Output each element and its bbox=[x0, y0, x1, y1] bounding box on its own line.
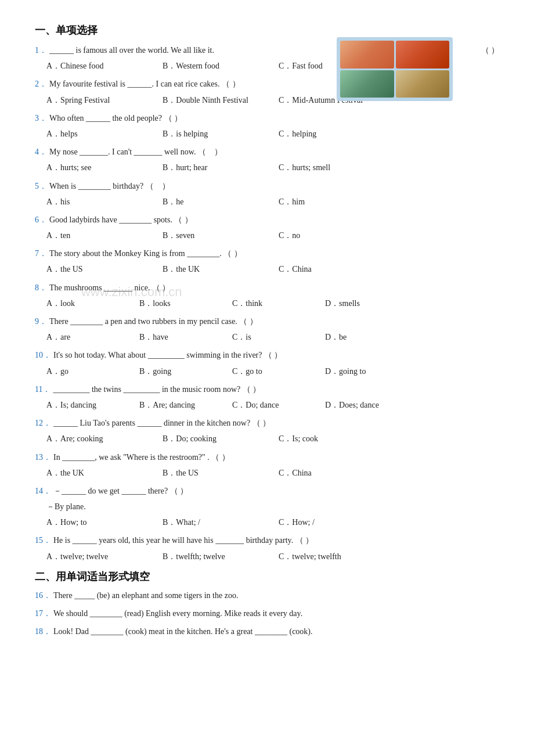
q1-optA: A．Chinese food bbox=[46, 59, 163, 73]
q8-num: 8． bbox=[35, 280, 47, 295]
q11-optC: C．Do; dance bbox=[232, 398, 325, 412]
q9-optD: D．be bbox=[325, 330, 418, 344]
question-18-line: 18． Look! Dad ________ (cook) meat in th… bbox=[35, 624, 499, 639]
q11-optB: B．Are; dancing bbox=[139, 398, 232, 412]
q12-optC: C．Is; cook bbox=[279, 431, 395, 446]
question-9: 9． There ________ a pen and two rubbers … bbox=[35, 314, 499, 344]
question-12: 12． ______ Liu Tao's parents ______ dinn… bbox=[35, 416, 499, 446]
question-18: 18． Look! Dad ________ (cook) meat in th… bbox=[35, 624, 499, 639]
q11-optD: D．Does; dance bbox=[325, 398, 418, 412]
q7-options: A．the US B．the UK C．China bbox=[46, 262, 499, 276]
q5-text: When is ________ birthday? （ ） bbox=[49, 179, 499, 193]
q2-optB: B．Double Ninth Festival bbox=[163, 93, 279, 107]
q17-text: We should ________ (read) English every … bbox=[53, 606, 499, 621]
q10-num: 10． bbox=[35, 348, 51, 362]
question-4-line: 4． My nose _______. I can't _______ well… bbox=[35, 145, 499, 159]
q4-optC: C．hurts; smell bbox=[279, 160, 395, 175]
q7-num: 7． bbox=[35, 246, 47, 261]
question-3: 3． Who often ______ the old people? （ ） … bbox=[35, 111, 499, 141]
q4-optB: B．hurt; hear bbox=[163, 160, 279, 175]
q15-optB: B．twelfth; twelve bbox=[163, 549, 279, 564]
q5-optA: A．his bbox=[46, 195, 163, 209]
q8-optA: A．look bbox=[46, 296, 139, 311]
question-3-line: 3． Who often ______ the old people? （ ） bbox=[35, 111, 499, 125]
q3-text: Who often ______ the old people? （ ） bbox=[49, 111, 499, 125]
question-16-line: 16． There _____ (be) an elephant and som… bbox=[35, 588, 499, 603]
question-13: 13． In ________, we ask "Where is the re… bbox=[35, 450, 499, 480]
q11-num: 11． bbox=[35, 382, 50, 397]
q14-optA: A．How; to bbox=[46, 515, 163, 530]
food-images bbox=[337, 37, 453, 101]
q14-optC: C．How; / bbox=[279, 515, 395, 530]
question-5-line: 5． When is ________ birthday? （ ） bbox=[35, 179, 499, 193]
q13-num: 13． bbox=[35, 450, 51, 465]
question-15: 15． He is ______ years old, this year he… bbox=[35, 533, 499, 563]
q13-optA: A．the UK bbox=[46, 466, 163, 480]
q8-options: A．look B．looks C．think D．smells bbox=[46, 296, 499, 311]
q7-text: The story about the Monkey King is from … bbox=[49, 246, 499, 261]
question-9-line: 9． There ________ a pen and two rubbers … bbox=[35, 314, 499, 329]
q6-optA: A．ten bbox=[46, 228, 163, 243]
q9-text: There ________ a pen and two rubbers in … bbox=[49, 314, 499, 329]
q10-optB: B．going bbox=[139, 364, 232, 379]
q1-optB: B．Western food bbox=[163, 59, 279, 73]
q12-options: A．Are; cooking B．Do; cooking C．Is; cook bbox=[46, 431, 499, 446]
q11-options: A．Is; dancing B．Are; dancing C．Do; dance… bbox=[46, 398, 499, 412]
question-4: 4． My nose _______. I can't _______ well… bbox=[35, 145, 499, 175]
q3-num: 3． bbox=[35, 111, 47, 125]
q1-bracket: （ ） bbox=[481, 43, 500, 57]
q8-optC: C．think bbox=[232, 296, 325, 311]
q12-optA: A．Are; cooking bbox=[46, 431, 163, 446]
q14-num: 14． bbox=[35, 484, 51, 498]
question-14-line: 14． －______ do we get ______ there? （ ） bbox=[35, 484, 499, 498]
q6-text: Good ladybirds have ________ spots. （ ） bbox=[49, 213, 499, 227]
q3-optB: B．is helping bbox=[163, 127, 279, 141]
question-15-line: 15． He is ______ years old, this year he… bbox=[35, 533, 499, 548]
q12-text: ______ Liu Tao's parents ______ dinner i… bbox=[53, 416, 499, 430]
q12-num: 12． bbox=[35, 416, 51, 430]
q15-num: 15． bbox=[35, 533, 51, 548]
q9-optA: A．are bbox=[46, 330, 139, 344]
q18-text: Look! Dad ________ (cook) meat in the ki… bbox=[53, 624, 499, 639]
food-image-4 bbox=[396, 70, 450, 98]
q7-optC: C．China bbox=[279, 262, 395, 276]
q11-optA: A．Is; dancing bbox=[46, 398, 139, 412]
food-image-2 bbox=[396, 41, 450, 69]
q5-optC: C．him bbox=[279, 195, 395, 209]
q14-optB: B．What; / bbox=[163, 515, 279, 530]
q9-optC: C．is bbox=[232, 330, 325, 344]
q11-text: _________ the twins _________ in the mus… bbox=[53, 382, 499, 397]
q7-optB: B．the UK bbox=[163, 262, 279, 276]
question-13-line: 13． In ________, we ask "Where is the re… bbox=[35, 450, 499, 465]
q6-options: A．ten B．seven C．no bbox=[46, 228, 499, 243]
food-image-3 bbox=[340, 70, 394, 98]
q10-text: It's so hot today. What about _________ … bbox=[53, 348, 499, 362]
q13-optC: C．China bbox=[279, 466, 395, 480]
question-7: 7． The story about the Monkey King is fr… bbox=[35, 246, 499, 276]
q8-text: The mushrooms _______ nice. （ ） bbox=[49, 280, 499, 295]
q15-text: He is ______ years old, this year he wil… bbox=[53, 533, 499, 548]
question-17-line: 17． We should ________ (read) English ev… bbox=[35, 606, 499, 621]
q14-options: A．How; to B．What; / C．How; / bbox=[46, 515, 499, 530]
q6-num: 6． bbox=[35, 213, 47, 227]
q9-num: 9． bbox=[35, 314, 47, 329]
q2-optA: A．Spring Festival bbox=[46, 93, 163, 107]
question-6: 6． Good ladybirds have ________ spots. （… bbox=[35, 213, 499, 243]
q8-optD: D．smells bbox=[325, 296, 418, 311]
q18-num: 18． bbox=[35, 624, 51, 639]
section2-title: 二、用单词适当形式填空 bbox=[35, 570, 499, 584]
question-10-line: 10． It's so hot today. What about ______… bbox=[35, 348, 499, 362]
q16-text: There _____ (be) an elephant and some ti… bbox=[53, 588, 499, 603]
question-11-line: 11． _________ the twins _________ in the… bbox=[35, 382, 499, 397]
q4-text: My nose _______. I can't _______ well no… bbox=[49, 145, 499, 159]
question-8: 8． The mushrooms _______ nice. （ ） A．loo… bbox=[35, 280, 499, 311]
q6-optB: B．seven bbox=[163, 228, 279, 243]
page-content: 一、单项选择 1． ______ is famous all over the … bbox=[35, 23, 499, 639]
question-14: 14． －______ do we get ______ there? （ ） … bbox=[35, 484, 499, 530]
q16-num: 16． bbox=[35, 588, 51, 603]
question-11: 11． _________ the twins _________ in the… bbox=[35, 382, 499, 412]
q4-optA: A．hurts; see bbox=[46, 160, 163, 175]
q4-options: A．hurts; see B．hurt; hear C．hurts; smell bbox=[46, 160, 499, 175]
q2-num: 2． bbox=[35, 77, 47, 91]
question-17: 17． We should ________ (read) English ev… bbox=[35, 606, 499, 621]
